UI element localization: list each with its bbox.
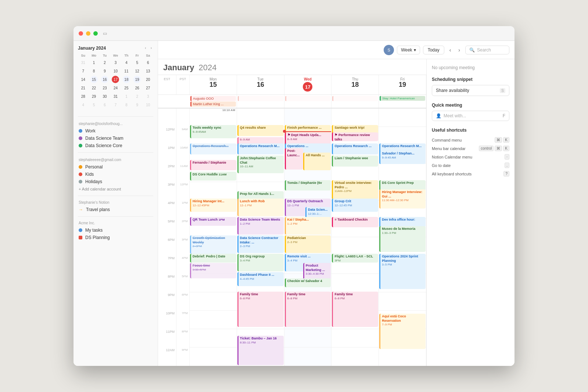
augusto-ooo-wed[interactable] (285, 96, 331, 101)
day-28[interactable]: 28 (79, 93, 87, 100)
ticket-bambu[interactable]: Ticket: Bambu – Jan 16 8:30–11 PM (237, 336, 284, 365)
ds-contractor-intake[interactable]: Data Science Contractor Intake: ... 2–3 … (237, 235, 284, 253)
day-13[interactable]: 13 (144, 67, 152, 75)
group-crit[interactable]: Group Crit 12–12:45 PM (332, 199, 378, 212)
day-feb9[interactable]: 9 (133, 101, 141, 108)
growth-optimization[interactable]: Growth Optimization Weekly 2–3PM (190, 235, 236, 254)
museo-de-la-memoria[interactable]: Museo de la Memoria 1:30–3 PM (379, 226, 426, 252)
day-feb1[interactable]: 1 (123, 93, 130, 100)
meet-with-input[interactable]: 👤 Meet with... F (432, 111, 509, 121)
focus-time[interactable]: Focus time 3:30–5PM (190, 263, 236, 278)
day-7[interactable]: 7 (79, 67, 87, 75)
day-24[interactable]: 24 (112, 84, 119, 92)
day-feb7[interactable]: 7 (112, 101, 119, 108)
fernando-stephanie[interactable]: Fernando / Stephanie (190, 160, 236, 170)
operations-research-tue[interactable]: Operations Research M... (237, 143, 284, 154)
day-feb2[interactable]: 2 (133, 93, 141, 100)
ds-org-regroup[interactable]: DS Org regroup 3–4 PM (237, 254, 284, 271)
mini-cal-next[interactable]: › (149, 45, 153, 51)
taskboard-checkin[interactable]: ≡ Taskboard Checkin (332, 217, 378, 227)
family-time-tue[interactable]: Family time 6–8 PM (237, 292, 284, 327)
day-26[interactable]: 26 (133, 84, 141, 92)
today-button[interactable]: Today (423, 46, 444, 54)
day-30[interactable]: 30 (101, 93, 108, 100)
day-feb5[interactable]: 5 (90, 101, 98, 108)
debrief-pedro[interactable]: Debrief: Pedro | Date (190, 254, 236, 263)
day-5[interactable]: 5 (133, 59, 141, 66)
dev-infra-office[interactable]: Dev Infra office hour: (379, 217, 426, 227)
day-11[interactable]: 11 (123, 67, 130, 75)
ds-core-sprint-prep[interactable]: DS Core Sprint Prep (379, 180, 426, 190)
salvador-stephanie[interactable]: Salvador / Stephan... 9–9:45 AM (379, 151, 426, 164)
day-22[interactable]: 22 (90, 84, 98, 92)
calendar-ds-planning[interactable]: DS Planning (74, 234, 158, 241)
mlk-event[interactable]: Martin Luther King ... (190, 101, 236, 107)
day-feb6[interactable]: 6 (101, 101, 108, 108)
operations-research-thu[interactable]: Operations Research ... (332, 143, 378, 154)
search-box[interactable]: 🔍 Search (465, 46, 509, 54)
day-16[interactable]: 16 (101, 76, 108, 83)
calendar-ds-team[interactable]: Data Science Team (74, 135, 158, 142)
operations-research-mon[interactable]: Operations Research... (190, 143, 236, 154)
lunch-with-rob[interactable]: Lunch with Rob 12–1 PM (237, 199, 284, 216)
calendar-ds-core[interactable]: Data Science Core (74, 142, 158, 149)
day-feb10[interactable]: 10 (144, 101, 152, 108)
family-time-wed[interactable]: Family time 6–8 PM (285, 292, 331, 327)
augusto-ooo-thu[interactable] (332, 96, 378, 101)
dashboard-phase-ii[interactable]: Dashboard Phase II ... 4–4:45 PM (237, 272, 284, 286)
hotel-event[interactable]: Stay: Hotel Panamerican (380, 96, 425, 101)
tue-header[interactable]: Tue 16 (237, 75, 284, 95)
minimize-icon[interactable] (86, 31, 90, 36)
operations-2024-sprint[interactable]: Operations 2024 Sprint Planning 3–5 PM (379, 254, 426, 289)
day-25[interactable]: 25 (123, 84, 130, 92)
sidebar-toggle-icon[interactable]: ▭ (103, 31, 107, 36)
day-29[interactable]: 29 (90, 93, 98, 100)
day-14[interactable]: 14 (79, 76, 87, 83)
performance-review-talks[interactable]: ⚑ Performance review talks (332, 132, 378, 141)
mon-header[interactable]: Mon 15 (190, 75, 237, 95)
checkin-salvador[interactable]: Checkin w/ Salvador 4 (285, 278, 331, 287)
q4-results-share[interactable]: Q4 results share (237, 125, 284, 136)
augusto-ooo-tue[interactable] (238, 96, 283, 101)
prev-week-button[interactable]: ‹ (447, 46, 453, 54)
day-2[interactable]: 2 (101, 59, 108, 66)
day-17-today[interactable]: 17 (112, 76, 119, 83)
day-15[interactable]: 15 (90, 76, 98, 83)
day-31[interactable]: 31 (79, 59, 87, 66)
maximize-icon[interactable] (93, 31, 98, 36)
john-stephanie-coffee[interactable]: John:Stephanie Coffee Chat 10–11 AM (237, 156, 284, 173)
avatar[interactable]: S (384, 45, 394, 55)
close-icon[interactable] (79, 31, 83, 36)
virtual-onsite-interview[interactable]: Virtual onsite interview: Pedro ... 11AM… (332, 180, 378, 199)
day-9[interactable]: 9 (101, 67, 108, 75)
day-8[interactable]: 8 (90, 67, 98, 75)
flight-la603[interactable]: Flight: LA603 LAX→SCL 3PM (332, 254, 378, 263)
day-23[interactable]: 23 (101, 84, 108, 92)
day-feb3[interactable]: 3 (144, 93, 152, 100)
day-12[interactable]: 12 (133, 67, 141, 75)
day-feb4[interactable]: 4 (79, 101, 87, 108)
calendar-work[interactable]: Work (74, 127, 158, 135)
notion-travel-plans[interactable]: → Travel plans (74, 206, 158, 213)
calendar-my-tasks[interactable]: My tasks (74, 227, 158, 234)
liam-stephanie-wee[interactable]: Liam / Stephanie wee (332, 156, 378, 167)
day-31b[interactable]: 31 (112, 93, 119, 100)
kai-stephanie[interactable]: Kai / Stepha... 1–2 PM (285, 217, 331, 235)
ds-team-meets[interactable]: Data Science Team Meets 1–2 PM (237, 217, 284, 235)
day-21[interactable]: 21 (79, 84, 87, 92)
tools-weekly-sync[interactable]: Tools weekly sync 9–9:45AM (190, 125, 236, 138)
ds-core-huddle[interactable]: DS Core Huddle 11AM (190, 172, 236, 181)
thu-header[interactable]: Thu 18 (331, 75, 379, 95)
fri-header[interactable]: Fri 19 (379, 75, 426, 95)
calendar-personal[interactable]: Personal (74, 163, 158, 171)
day-27[interactable]: 27 (144, 84, 152, 92)
hiring-manager-int-mon[interactable]: Hiring Manager Int... 12–12:45PM (190, 199, 236, 212)
wed-header-today[interactable]: Wed 17 (284, 75, 332, 95)
day-18[interactable]: 18 (123, 76, 130, 83)
pediatrician[interactable]: Pediatrician 2–3 PM (285, 235, 331, 253)
calendar-holidays[interactable]: Holidays (74, 178, 158, 185)
day-10[interactable]: 10 (112, 67, 119, 75)
add-calendar-button[interactable]: + Add calendar account (74, 185, 158, 193)
augusto-ooo-event[interactable]: Augusto OOO (190, 96, 236, 101)
calendar-kids[interactable]: Kids (74, 171, 158, 178)
